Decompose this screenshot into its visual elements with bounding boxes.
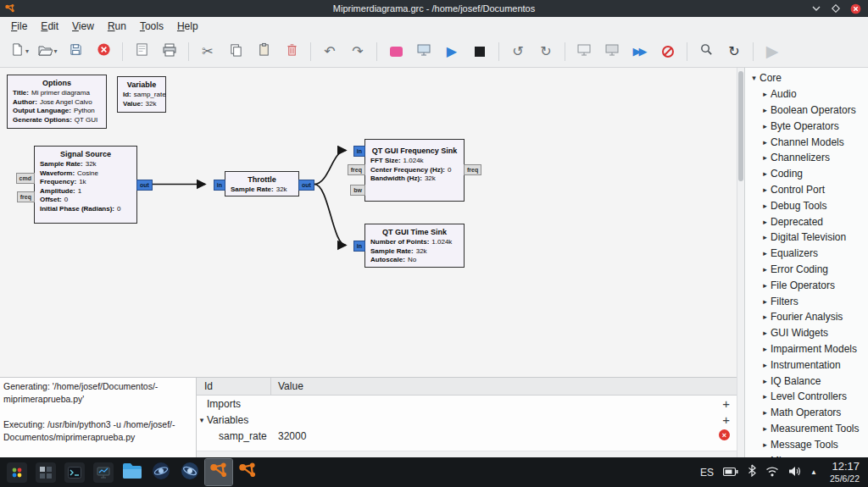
chevron-down-icon[interactable]: ▾ — [197, 416, 207, 424]
chevron-right-icon[interactable]: ▸ — [760, 408, 771, 417]
tray-expand-button[interactable]: ▲ — [810, 468, 817, 476]
variable-block[interactable]: Variable Id:samp_rate Value:32k — [117, 76, 166, 113]
delete-button[interactable] — [279, 39, 304, 64]
samp-rate-row[interactable]: samp_rate 32000 × — [197, 428, 737, 444]
app-orbit-2-button[interactable] — [176, 459, 203, 485]
copy-button[interactable] — [223, 39, 248, 64]
chevron-right-icon[interactable]: ▸ — [760, 297, 771, 306]
enable-button[interactable] — [571, 39, 597, 64]
maximize-window-button[interactable] — [830, 3, 842, 14]
bypass-button[interactable]: ▶▶ — [627, 39, 653, 64]
port-out[interactable]: out — [136, 180, 153, 191]
freq-sink-block[interactable]: QT GUI Frequency Sink FFT Size:1.024k Ce… — [364, 139, 465, 202]
signal-source-block[interactable]: Signal Source Sample Rate:32k Waveform:C… — [34, 146, 137, 224]
cut-button[interactable]: ✂ — [195, 39, 220, 64]
chevron-right-icon[interactable]: ▸ — [760, 138, 771, 147]
flowgraph-canvas[interactable]: Options Title:Mi primer diagrama Author:… — [0, 68, 737, 377]
library-category-boolean-operators[interactable]: ▸Boolean Operators — [745, 102, 868, 119]
bluetooth-icon[interactable] — [748, 464, 756, 480]
keyboard-layout-indicator[interactable]: ES — [700, 467, 714, 479]
menu-view[interactable]: View — [65, 19, 101, 34]
chevron-right-icon[interactable]: ▸ — [760, 122, 771, 130]
system-monitor-button[interactable] — [90, 459, 117, 485]
library-category-level-controllers[interactable]: ▸Level Controllers — [745, 389, 868, 405]
open-file-button[interactable]: ▾ — [35, 39, 60, 64]
shade-window-button[interactable] — [810, 3, 822, 14]
chevron-down-icon[interactable]: ▾ — [748, 74, 760, 82]
library-category-equalizers[interactable]: ▸Equalizers — [745, 246, 868, 262]
library-category-file-operators[interactable]: ▸File Operators — [745, 277, 868, 293]
rotate-ccw-button[interactable]: ↺ — [505, 39, 531, 64]
chevron-down-icon[interactable]: ▾ — [25, 47, 29, 55]
chevron-right-icon[interactable]: ▸ — [760, 265, 771, 274]
throttle-block[interactable]: Throttle Sample Rate:32k in out — [225, 171, 299, 196]
samp-rate-value[interactable]: 32000 — [278, 430, 306, 442]
terminal-button[interactable] — [61, 459, 88, 485]
library-category-audio[interactable]: ▸Audio — [745, 86, 868, 102]
app-launcher-button[interactable] — [3, 459, 31, 485]
library-category-fourier-analysis[interactable]: ▸Fourier Analysis — [745, 309, 868, 325]
kill-button[interactable] — [467, 39, 492, 64]
port-in[interactable]: in — [353, 241, 365, 252]
add-import-button[interactable]: + — [722, 397, 730, 410]
disable-button[interactable] — [599, 39, 625, 64]
add-variable-button[interactable]: + — [722, 413, 730, 426]
port-out[interactable]: out — [298, 180, 314, 191]
undo-button[interactable]: ↶ — [317, 39, 342, 64]
clock[interactable]: 12:17 25/6/22 — [830, 461, 860, 484]
gnuradio-companion-active-button[interactable] — [205, 459, 232, 485]
save-button[interactable] — [63, 39, 88, 64]
library-category-coding[interactable]: ▸Coding — [745, 166, 868, 182]
port-in[interactable]: in — [353, 146, 365, 157]
wifi-icon[interactable] — [765, 465, 779, 480]
library-category-impairment-models[interactable]: ▸Impairment Models — [745, 341, 868, 357]
port-freq-in[interactable]: freq — [17, 191, 35, 202]
library-category-channel-models[interactable]: ▸Channel Models — [745, 134, 868, 150]
titlebar[interactable]: Miprimerdiagrama.grc - /home/josef/Docum… — [0, 0, 868, 17]
chevron-right-icon[interactable]: ▸ — [760, 169, 771, 178]
chevron-right-icon[interactable]: ▸ — [760, 329, 771, 337]
horizontal-scrollbar[interactable] — [197, 451, 737, 457]
close-window-button[interactable] — [849, 3, 861, 14]
chevron-down-icon[interactable]: ▾ — [53, 47, 57, 55]
menu-help[interactable]: Help — [170, 19, 205, 34]
paste-button[interactable] — [251, 39, 276, 64]
library-category-iq-balance[interactable]: ▸IQ Balance — [745, 373, 868, 389]
chevron-right-icon[interactable]: ▸ — [760, 424, 771, 433]
print-button[interactable] — [157, 39, 182, 64]
chevron-right-icon[interactable]: ▸ — [760, 90, 771, 98]
library-category-debug-tools[interactable]: ▸Debug Tools — [745, 197, 868, 213]
close-button[interactable] — [91, 39, 116, 64]
chevron-right-icon[interactable]: ▸ — [760, 377, 771, 385]
app-orbit-1-button[interactable] — [147, 459, 175, 485]
library-category-measurement-tools[interactable]: ▸Measurement Tools — [745, 421, 868, 437]
library-category-byte-operators[interactable]: ▸Byte Operators — [745, 118, 868, 134]
chevron-right-icon[interactable]: ▸ — [760, 202, 771, 210]
chevron-right-icon[interactable]: ▸ — [760, 345, 771, 353]
library-category-message-tools[interactable]: ▸Message Tools — [745, 436, 868, 452]
options-block[interactable]: Options Title:Mi primer diagrama Author:… — [7, 75, 107, 129]
menu-tools[interactable]: Tools — [133, 19, 170, 34]
chevron-right-icon[interactable]: ▸ — [760, 185, 771, 194]
library-category-deprecated[interactable]: ▸Deprecated — [745, 213, 868, 230]
chevron-right-icon[interactable]: ▸ — [760, 233, 771, 241]
library-category-core[interactable]: ▾ Core — [745, 70, 868, 86]
library-category-instrumentation[interactable]: ▸Instrumentation — [745, 357, 868, 373]
battery-icon[interactable] — [723, 465, 738, 480]
imports-row[interactable]: Imports + — [197, 396, 737, 412]
find-block-button[interactable] — [693, 39, 719, 64]
redo-button[interactable]: ↷ — [345, 39, 370, 64]
reload-blocks-button[interactable]: ↻ — [721, 39, 747, 64]
library-category-control-port[interactable]: ▸Control Port — [745, 182, 868, 198]
library-category-filters[interactable]: ▸Filters — [745, 293, 868, 309]
generate-button[interactable] — [411, 39, 437, 64]
rotate-cw-button[interactable]: ↻ — [533, 39, 559, 64]
volume-icon[interactable] — [788, 465, 801, 480]
time-sink-block[interactable]: QT GUI Time Sink Number of Points:1.024k… — [364, 224, 465, 268]
gnuradio-companion-button[interactable] — [234, 459, 261, 485]
execute-button[interactable]: ▶ — [439, 39, 465, 64]
oot-module-button[interactable] — [655, 39, 681, 64]
connection-throttle-timesink[interactable] — [314, 185, 346, 246]
scrollbar-thumb[interactable] — [738, 71, 743, 181]
port-freq-out[interactable]: freq — [464, 164, 481, 175]
